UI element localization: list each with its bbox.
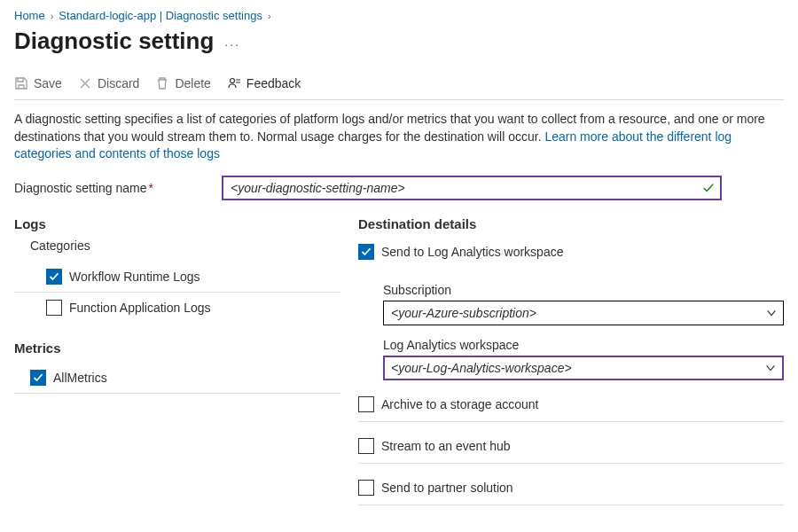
checkbox-archive-storage[interactable]: Archive to a storage account	[358, 380, 784, 422]
trash-icon	[155, 76, 169, 90]
checkbox-icon	[358, 480, 374, 496]
checkbox-icon	[358, 396, 374, 412]
more-actions-icon[interactable]: ···	[224, 37, 240, 55]
checkbox-function-application-logs[interactable]: Function Application Logs	[14, 293, 340, 323]
feedback-icon	[227, 76, 241, 90]
checkbox-workflow-runtime-logs[interactable]: Workflow Runtime Logs	[14, 262, 340, 293]
breadcrumb-home[interactable]: Home	[14, 9, 45, 22]
save-label: Save	[34, 76, 62, 90]
delete-button[interactable]: Delete	[155, 76, 210, 90]
discard-label: Discard	[98, 76, 139, 90]
svg-point-0	[230, 79, 234, 83]
workspace-label: Log Analytics workspace	[383, 338, 784, 352]
chevron-down-icon	[765, 307, 778, 319]
checkbox-icon	[46, 300, 62, 316]
workspace-select[interactable]: <your-Log-Analytics-workspace>	[383, 356, 784, 380]
close-icon	[78, 76, 92, 90]
save-icon	[14, 76, 28, 90]
save-button[interactable]: Save	[14, 76, 62, 90]
checkbox-label: Stream to an event hub	[381, 439, 511, 453]
checkbox-label: Archive to a storage account	[381, 397, 538, 411]
checkbox-label: Workflow Runtime Logs	[69, 270, 200, 284]
breadcrumb: Home › Standard-logic-app | Diagnostic s…	[14, 9, 784, 22]
destination-heading: Destination details	[358, 216, 784, 231]
setting-name-label: Diagnostic setting name*	[14, 181, 220, 195]
subscription-label: Subscription	[383, 283, 784, 297]
setting-name-input[interactable]	[222, 176, 722, 200]
delete-label: Delete	[175, 76, 210, 90]
checkbox-label: Send to partner solution	[381, 481, 513, 495]
checkbox-icon	[358, 438, 374, 454]
logs-heading: Logs	[14, 216, 340, 231]
feedback-button[interactable]: Feedback	[227, 76, 301, 90]
checkbox-stream-eventhub[interactable]: Stream to an event hub	[358, 422, 784, 464]
categories-label: Categories	[30, 239, 340, 253]
chevron-down-icon	[764, 362, 777, 374]
chevron-right-icon: ›	[268, 11, 271, 21]
discard-button[interactable]: Discard	[78, 76, 139, 90]
checkbox-send-to-log-analytics[interactable]: Send to Log Analytics workspace	[358, 239, 784, 269]
checkbox-label: Send to Log Analytics workspace	[381, 245, 563, 259]
subscription-select[interactable]: <your-Azure-subscription>	[383, 301, 784, 325]
required-indicator: *	[148, 181, 153, 195]
breadcrumb-app[interactable]: Standard-logic-app | Diagnostic settings	[59, 9, 262, 22]
chevron-right-icon: ›	[51, 11, 54, 21]
feedback-label: Feedback	[246, 76, 301, 90]
toolbar: Save Discard Delete Feedback	[14, 71, 784, 100]
metrics-heading: Metrics	[14, 340, 340, 356]
checkbox-icon	[358, 244, 374, 260]
checkbox-label: Function Application Logs	[69, 301, 211, 315]
checkbox-partner-solution[interactable]: Send to partner solution	[358, 464, 784, 505]
checkmark-icon	[702, 182, 715, 194]
workspace-value: <your-Log-Analytics-workspace>	[391, 361, 572, 375]
page-title: Diagnostic setting	[14, 27, 214, 55]
description-text: A diagnostic setting specifies a list of…	[14, 111, 784, 163]
checkbox-label: AllMetrics	[53, 371, 107, 385]
checkbox-allmetrics[interactable]: AllMetrics	[14, 363, 340, 394]
checkbox-icon	[30, 370, 46, 386]
checkbox-icon	[46, 269, 62, 285]
subscription-value: <your-Azure-subscription>	[391, 306, 536, 320]
